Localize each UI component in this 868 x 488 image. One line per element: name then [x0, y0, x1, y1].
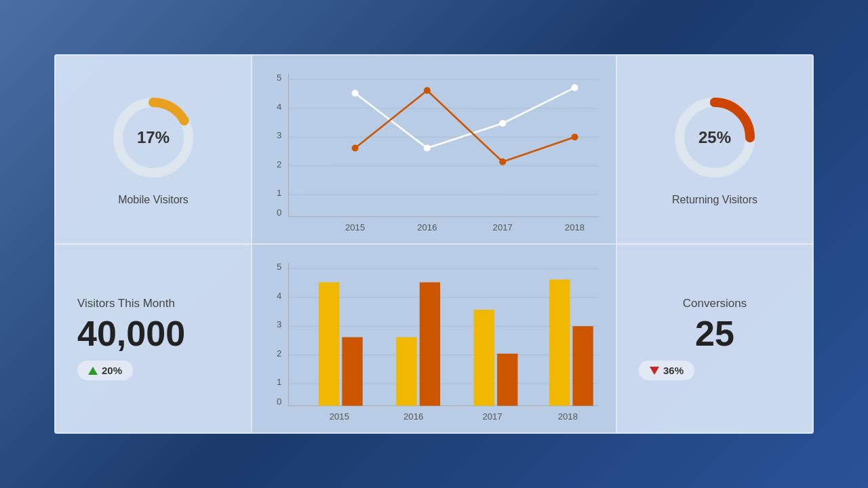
mobile-visitors-label: Mobile Visitors: [118, 194, 189, 206]
svg-point-24: [424, 87, 431, 94]
svg-text:2018: 2018: [565, 222, 585, 232]
conversions-trend-value: 36%: [663, 365, 684, 376]
bar-2015-yellow: [319, 283, 339, 406]
svg-text:0: 0: [277, 207, 281, 218]
svg-text:4: 4: [277, 102, 281, 112]
svg-point-26: [571, 134, 578, 140]
svg-text:1: 1: [277, 377, 281, 387]
mobile-visitors-cell: 17% Mobile Visitors: [55, 55, 252, 244]
trend-up-arrow: [88, 367, 98, 375]
mobile-donut-container: 17%: [109, 94, 197, 182]
svg-text:1: 1: [277, 188, 281, 198]
conversions-value: 25: [695, 316, 734, 351]
svg-text:2016: 2016: [403, 411, 423, 422]
visitors-month-label: Visitors This Month: [77, 297, 175, 310]
returning-donut-container: 25%: [671, 94, 759, 182]
svg-point-19: [352, 89, 359, 96]
conversions-cell: Conversions 25 36%: [616, 244, 813, 433]
svg-text:4: 4: [277, 291, 281, 301]
svg-point-22: [571, 84, 578, 91]
visitors-trend-badge: 20%: [77, 361, 133, 380]
returning-visitors-label: Returning Visitors: [672, 194, 757, 206]
svg-text:0: 0: [277, 396, 281, 407]
line-chart-svg: 5 4 3 2 1 0 2015 2016 2017 2018: [262, 62, 606, 237]
svg-text:3: 3: [277, 319, 281, 329]
svg-text:2017: 2017: [482, 411, 502, 422]
svg-text:2018: 2018: [558, 411, 578, 422]
visitors-month-value: 40,000: [77, 316, 185, 351]
bar-2017-yellow: [474, 310, 494, 406]
svg-point-21: [499, 120, 506, 127]
bar-chart-cell: 5 4 3 2 1 0 2015 2016 2017 2018: [252, 244, 616, 433]
svg-text:2016: 2016: [417, 222, 437, 232]
trend-down-arrow: [650, 367, 659, 375]
bar-2015-orange: [342, 337, 362, 405]
svg-point-25: [499, 159, 506, 165]
svg-text:2: 2: [277, 159, 281, 169]
svg-text:3: 3: [277, 130, 281, 140]
bar-2018-orange: [572, 326, 593, 405]
svg-text:5: 5: [277, 262, 281, 272]
line-chart-cell: 5 4 3 2 1 0 2015 2016 2017 2018: [252, 55, 616, 244]
svg-text:2: 2: [277, 348, 281, 359]
bar-2018-yellow: [549, 279, 570, 405]
mobile-percent: 17%: [137, 128, 170, 147]
returning-percent: 25%: [698, 128, 731, 147]
svg-text:2015: 2015: [345, 222, 365, 232]
bar-2017-orange: [497, 354, 517, 406]
bar-2016-yellow: [396, 337, 416, 405]
dashboard: 17% Mobile Visitors 5 4 3 2 1 0 2015 201…: [54, 54, 814, 434]
svg-point-23: [352, 144, 359, 151]
svg-text:2015: 2015: [330, 411, 349, 422]
conversions-label: Conversions: [683, 297, 747, 310]
svg-text:2017: 2017: [493, 222, 513, 232]
returning-visitors-cell: 25% Returning Visitors: [616, 55, 813, 244]
visitors-trend-value: 20%: [102, 365, 122, 376]
conversions-trend-badge: 36%: [639, 361, 694, 380]
bar-2016-orange: [420, 283, 440, 406]
svg-text:5: 5: [277, 73, 281, 83]
svg-point-20: [424, 144, 431, 151]
bar-chart-svg: 5 4 3 2 1 0 2015 2016 2017 2018: [262, 251, 606, 426]
visitors-month-cell: Visitors This Month 40,000 20%: [55, 244, 252, 433]
